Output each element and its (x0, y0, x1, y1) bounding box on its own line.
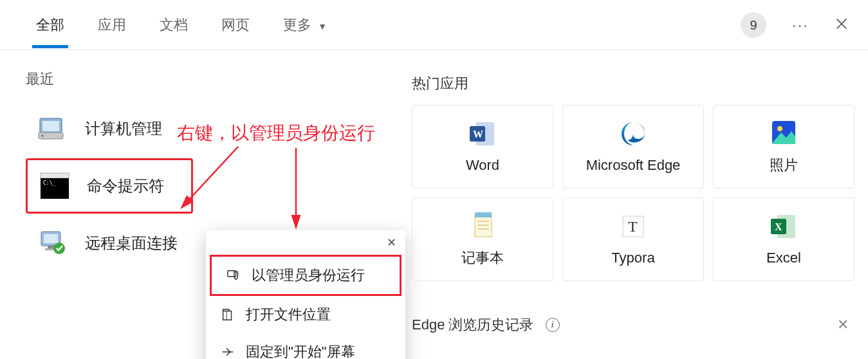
recent-item-label: 命令提示符 (87, 176, 164, 196)
ctx-run-as-admin[interactable]: 以管理员身份运行 (210, 255, 402, 296)
tab-all[interactable]: 全部 (19, 3, 81, 48)
app-label: Microsoft Edge (586, 157, 681, 174)
app-word[interactable]: W Word (412, 105, 553, 189)
typora-icon: T (619, 212, 647, 241)
ctx-item-label: 打开文件位置 (246, 305, 331, 324)
svg-rect-21 (475, 212, 492, 217)
recent-item-computer-management[interactable]: 计算机管理 (26, 103, 386, 154)
photos-icon (770, 118, 798, 147)
ctx-open-location[interactable]: 打开文件位置 (206, 296, 405, 333)
svg-rect-4 (41, 173, 69, 178)
popular-label: 热门应用 (412, 74, 855, 93)
recent-item-label: 远程桌面连接 (85, 233, 178, 253)
popular-section: 热门应用 W Word Microsoft Edge 照片 记事本 (412, 74, 855, 281)
app-excel[interactable]: X Excel (713, 198, 854, 281)
notepad-icon (468, 211, 497, 239)
app-label: Typora (611, 250, 654, 266)
tab-apps[interactable]: 应用 (81, 3, 143, 48)
top-bar: 全部 应用 文档 网页 更多 ▼ 9 ··· (0, 0, 868, 50)
context-menu-close[interactable]: ✕ (387, 235, 396, 250)
ctx-pin-start[interactable]: 固定到"开始"屏幕 (206, 333, 405, 359)
more-options-icon[interactable]: ··· (792, 16, 809, 34)
chevron-down-icon: ▼ (318, 21, 327, 32)
app-label: 照片 (770, 156, 798, 175)
recent-item-cmd[interactable]: C:\_ 命令提示符 (26, 158, 193, 214)
ctx-item-label: 固定到"开始"屏幕 (246, 342, 355, 359)
recent-item-label: 计算机管理 (85, 118, 162, 139)
remote-desktop-icon (37, 228, 68, 259)
close-icon (835, 17, 849, 31)
svg-text:T: T (628, 218, 638, 235)
close-button[interactable] (835, 17, 849, 33)
tab-web[interactable]: 网页 (205, 3, 266, 48)
shield-icon (226, 268, 241, 283)
app-label: Word (466, 157, 499, 174)
cmd-icon: C:\_ (39, 170, 70, 201)
notification-badge[interactable]: 9 (741, 12, 766, 38)
svg-rect-20 (475, 215, 492, 237)
svg-point-19 (777, 126, 782, 131)
tabs: 全部 应用 文档 网页 更多 ▼ (0, 3, 344, 48)
app-grid: W Word Microsoft Edge 照片 记事本 T T (412, 105, 855, 281)
pin-icon (220, 344, 235, 359)
svg-text:X: X (775, 221, 782, 232)
app-edge[interactable]: Microsoft Edge (562, 105, 704, 189)
app-photos[interactable]: 照片 (713, 105, 854, 189)
excel-icon: X (770, 212, 798, 241)
tab-docs[interactable]: 文档 (143, 3, 205, 48)
app-typora[interactable]: T Typora (562, 198, 704, 281)
folder-icon (220, 307, 235, 322)
history-row: Edge 浏览历史记录 i ✕ (412, 315, 849, 335)
history-close[interactable]: ✕ (837, 317, 849, 333)
svg-text:W: W (473, 129, 483, 140)
word-icon: W (468, 120, 497, 148)
svg-text:C:\_: C:\_ (43, 180, 55, 186)
app-label: 记事本 (461, 248, 504, 268)
computer-management-icon (37, 113, 68, 144)
top-right: 9 ··· (741, 0, 849, 50)
svg-point-3 (42, 135, 44, 137)
app-label: Excel (766, 250, 801, 266)
history-label: Edge 浏览历史记录 (412, 315, 534, 335)
tab-more[interactable]: 更多 ▼ (266, 3, 344, 48)
svg-rect-1 (42, 121, 59, 131)
tab-more-label: 更多 (283, 17, 311, 33)
app-notepad[interactable]: 记事本 (412, 198, 553, 281)
ctx-item-label: 以管理员身份运行 (252, 266, 365, 285)
svg-rect-9 (48, 246, 54, 248)
svg-rect-8 (44, 234, 58, 243)
context-menu: ✕ 以管理员身份运行 打开文件位置 固定到"开始"屏幕 固定到任务栏 (206, 230, 405, 359)
info-icon[interactable]: i (546, 318, 560, 332)
edge-icon (619, 120, 647, 148)
